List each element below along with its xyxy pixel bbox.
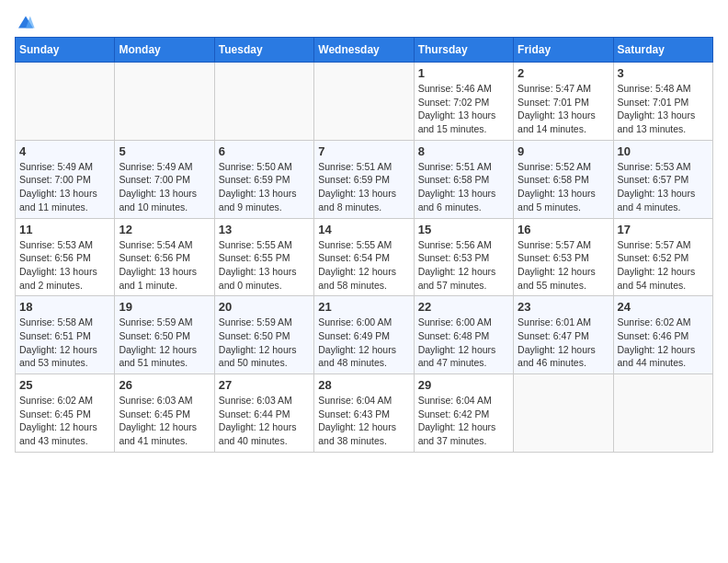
day-number: 20 <box>219 300 310 314</box>
calendar-cell: 25Sunrise: 6:02 AM Sunset: 6:45 PM Dayli… <box>16 374 115 453</box>
day-info: Sunrise: 6:04 AM Sunset: 6:42 PM Dayligh… <box>418 394 509 448</box>
day-info: Sunrise: 5:57 AM Sunset: 6:52 PM Dayligh… <box>618 238 709 293</box>
calendar-cell: 16Sunrise: 5:57 AM Sunset: 6:53 PM Dayli… <box>514 218 613 296</box>
day-info: Sunrise: 5:53 AM Sunset: 6:56 PM Dayligh… <box>19 238 110 293</box>
day-info: Sunrise: 5:50 AM Sunset: 6:59 PM Dayligh… <box>219 160 310 214</box>
day-number: 2 <box>518 66 609 80</box>
day-number: 12 <box>119 223 210 236</box>
calendar-cell <box>214 63 313 141</box>
day-info: Sunrise: 6:03 AM Sunset: 6:44 PM Dayligh… <box>219 394 310 448</box>
day-info: Sunrise: 6:01 AM Sunset: 6:47 PM Dayligh… <box>518 316 609 370</box>
calendar-cell: 5Sunrise: 5:49 AM Sunset: 7:00 PM Daylig… <box>115 140 214 218</box>
header <box>15 15 713 29</box>
calendar-week-row: 18Sunrise: 5:58 AM Sunset: 6:51 PM Dayli… <box>16 296 713 374</box>
day-number: 13 <box>219 223 310 236</box>
calendar-cell: 24Sunrise: 6:02 AM Sunset: 6:46 PM Dayli… <box>613 296 712 374</box>
day-number: 5 <box>119 144 210 158</box>
calendar-week-row: 25Sunrise: 6:02 AM Sunset: 6:45 PM Dayli… <box>16 374 713 453</box>
day-number: 11 <box>19 223 110 236</box>
calendar-cell: 22Sunrise: 6:00 AM Sunset: 6:48 PM Dayli… <box>414 296 513 374</box>
day-info: Sunrise: 5:46 AM Sunset: 7:02 PM Dayligh… <box>418 82 509 136</box>
day-number: 4 <box>19 144 110 158</box>
day-number: 29 <box>418 378 509 392</box>
day-info: Sunrise: 6:02 AM Sunset: 6:46 PM Dayligh… <box>618 316 709 370</box>
logo-icon <box>17 15 35 29</box>
day-number: 10 <box>618 144 709 158</box>
day-number: 27 <box>219 378 310 392</box>
calendar-cell: 27Sunrise: 6:03 AM Sunset: 6:44 PM Dayli… <box>214 374 313 453</box>
day-info: Sunrise: 5:48 AM Sunset: 7:01 PM Dayligh… <box>618 82 709 136</box>
calendar-header-row: SundayMondayTuesdayWednesdayThursdayFrid… <box>16 38 713 63</box>
day-info: Sunrise: 6:04 AM Sunset: 6:43 PM Dayligh… <box>318 394 409 448</box>
calendar-week-row: 4Sunrise: 5:49 AM Sunset: 7:00 PM Daylig… <box>16 140 713 218</box>
day-number: 28 <box>318 378 409 392</box>
day-info: Sunrise: 5:57 AM Sunset: 6:53 PM Dayligh… <box>518 238 609 293</box>
calendar-header-wednesday: Wednesday <box>314 38 414 63</box>
day-info: Sunrise: 5:49 AM Sunset: 7:00 PM Dayligh… <box>19 160 110 214</box>
day-number: 21 <box>318 300 409 314</box>
day-info: Sunrise: 5:58 AM Sunset: 6:51 PM Dayligh… <box>19 316 110 370</box>
day-number: 1 <box>418 66 509 80</box>
calendar-cell: 6Sunrise: 5:50 AM Sunset: 6:59 PM Daylig… <box>214 140 313 218</box>
day-number: 25 <box>19 378 110 392</box>
calendar-cell: 7Sunrise: 5:51 AM Sunset: 6:59 PM Daylig… <box>314 140 414 218</box>
calendar-cell: 13Sunrise: 5:55 AM Sunset: 6:55 PM Dayli… <box>214 218 313 296</box>
calendar-header-sunday: Sunday <box>16 38 115 63</box>
day-info: Sunrise: 5:51 AM Sunset: 6:59 PM Dayligh… <box>318 160 409 214</box>
day-number: 19 <box>119 300 210 314</box>
day-number: 18 <box>19 300 110 314</box>
calendar-cell <box>514 374 613 453</box>
calendar-cell: 29Sunrise: 6:04 AM Sunset: 6:42 PM Dayli… <box>414 374 513 453</box>
calendar-cell: 1Sunrise: 5:46 AM Sunset: 7:02 PM Daylig… <box>414 63 513 141</box>
day-info: Sunrise: 5:56 AM Sunset: 6:53 PM Dayligh… <box>418 238 509 293</box>
calendar-header-thursday: Thursday <box>414 38 513 63</box>
calendar-header-saturday: Saturday <box>613 38 712 63</box>
day-number: 3 <box>618 66 709 80</box>
calendar-cell: 15Sunrise: 5:56 AM Sunset: 6:53 PM Dayli… <box>414 218 513 296</box>
calendar-cell <box>314 63 414 141</box>
calendar-cell: 12Sunrise: 5:54 AM Sunset: 6:56 PM Dayli… <box>115 218 214 296</box>
day-info: Sunrise: 5:55 AM Sunset: 6:54 PM Dayligh… <box>318 238 409 293</box>
calendar-header-tuesday: Tuesday <box>214 38 313 63</box>
calendar-cell: 10Sunrise: 5:53 AM Sunset: 6:57 PM Dayli… <box>613 140 712 218</box>
day-info: Sunrise: 6:00 AM Sunset: 6:48 PM Dayligh… <box>418 316 509 370</box>
calendar-cell: 28Sunrise: 6:04 AM Sunset: 6:43 PM Dayli… <box>314 374 414 453</box>
calendar-cell: 18Sunrise: 5:58 AM Sunset: 6:51 PM Dayli… <box>16 296 115 374</box>
calendar-cell: 3Sunrise: 5:48 AM Sunset: 7:01 PM Daylig… <box>613 63 712 141</box>
calendar-cell: 14Sunrise: 5:55 AM Sunset: 6:54 PM Dayli… <box>314 218 414 296</box>
day-number: 22 <box>418 300 509 314</box>
day-info: Sunrise: 5:49 AM Sunset: 7:00 PM Dayligh… <box>119 160 210 214</box>
calendar-header-friday: Friday <box>514 38 613 63</box>
day-number: 26 <box>119 378 210 392</box>
calendar-header-monday: Monday <box>115 38 214 63</box>
calendar-cell: 21Sunrise: 6:00 AM Sunset: 6:49 PM Dayli… <box>314 296 414 374</box>
day-info: Sunrise: 6:00 AM Sunset: 6:49 PM Dayligh… <box>318 316 409 370</box>
day-number: 9 <box>518 144 609 158</box>
calendar-cell <box>115 63 214 141</box>
day-number: 24 <box>618 300 709 314</box>
day-info: Sunrise: 5:59 AM Sunset: 6:50 PM Dayligh… <box>119 316 210 370</box>
day-number: 17 <box>618 223 709 236</box>
calendar-week-row: 1Sunrise: 5:46 AM Sunset: 7:02 PM Daylig… <box>16 63 713 141</box>
calendar-cell: 19Sunrise: 5:59 AM Sunset: 6:50 PM Dayli… <box>115 296 214 374</box>
calendar-cell: 20Sunrise: 5:59 AM Sunset: 6:50 PM Dayli… <box>214 296 313 374</box>
logo <box>15 15 35 29</box>
calendar-cell: 9Sunrise: 5:52 AM Sunset: 6:58 PM Daylig… <box>514 140 613 218</box>
day-info: Sunrise: 5:51 AM Sunset: 6:58 PM Dayligh… <box>418 160 509 214</box>
calendar-cell <box>613 374 712 453</box>
day-number: 6 <box>219 144 310 158</box>
day-info: Sunrise: 5:54 AM Sunset: 6:56 PM Dayligh… <box>119 238 210 293</box>
day-info: Sunrise: 5:59 AM Sunset: 6:50 PM Dayligh… <box>219 316 310 370</box>
day-number: 15 <box>418 223 509 236</box>
calendar-cell: 26Sunrise: 6:03 AM Sunset: 6:45 PM Dayli… <box>115 374 214 453</box>
day-number: 14 <box>318 223 409 236</box>
day-info: Sunrise: 6:03 AM Sunset: 6:45 PM Dayligh… <box>119 394 210 448</box>
calendar-week-row: 11Sunrise: 5:53 AM Sunset: 6:56 PM Dayli… <box>16 218 713 296</box>
calendar-cell: 11Sunrise: 5:53 AM Sunset: 6:56 PM Dayli… <box>16 218 115 296</box>
calendar-table: SundayMondayTuesdayWednesdayThursdayFrid… <box>15 37 713 453</box>
day-info: Sunrise: 5:47 AM Sunset: 7:01 PM Dayligh… <box>518 82 609 136</box>
calendar-cell: 4Sunrise: 5:49 AM Sunset: 7:00 PM Daylig… <box>16 140 115 218</box>
calendar-cell: 17Sunrise: 5:57 AM Sunset: 6:52 PM Dayli… <box>613 218 712 296</box>
calendar-cell: 2Sunrise: 5:47 AM Sunset: 7:01 PM Daylig… <box>514 63 613 141</box>
day-info: Sunrise: 5:53 AM Sunset: 6:57 PM Dayligh… <box>618 160 709 214</box>
